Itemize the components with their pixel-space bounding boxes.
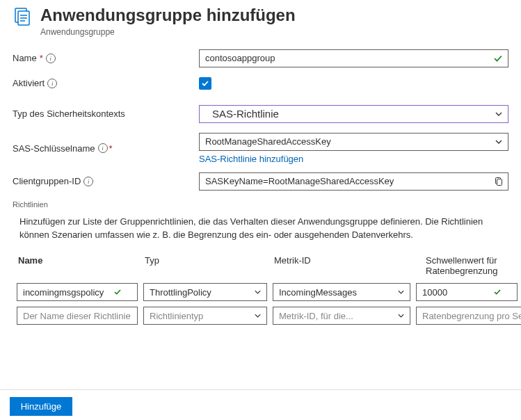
check-icon xyxy=(113,288,122,296)
col-name: Name xyxy=(18,255,139,276)
panel-header: Anwendungsgruppe hinzufügen Anwendungsgr… xyxy=(13,6,508,37)
copy-icon[interactable] xyxy=(494,177,504,186)
chevron-down-icon xyxy=(397,312,405,320)
check-icon xyxy=(493,54,503,63)
col-metric: Metrik-ID xyxy=(274,255,420,276)
sas-keyname-label: SAS-Schlüsselname i * xyxy=(13,143,199,154)
name-label: Name * i xyxy=(13,53,199,63)
policy-type-select[interactable]: Richtlinientyp xyxy=(143,307,267,325)
chevron-down-icon xyxy=(397,289,405,296)
policy-type-select[interactable]: ThrottlingPolicy xyxy=(143,283,267,301)
policy-name-input[interactable]: Der Name dieser Richtlinie xyxy=(17,307,138,325)
activated-checkbox[interactable] xyxy=(199,77,211,90)
chevron-down-icon xyxy=(495,110,503,118)
chevron-down-icon xyxy=(254,289,262,296)
activated-label: Aktiviert i xyxy=(13,78,199,88)
policies-section-label: Richtlinien xyxy=(13,200,508,209)
client-group-id-label: Clientgruppen-ID i xyxy=(13,176,199,186)
info-icon[interactable]: i xyxy=(83,177,93,186)
chevron-down-icon xyxy=(254,312,262,320)
col-threshold: Schwellenwert für Ratenbegrenzung xyxy=(426,255,503,276)
policy-row: incomingmsgspolicy ThrottlingPolicy Inco… xyxy=(17,283,504,301)
policy-row-empty: Der Name dieser Richtlinie Richtlinienty… xyxy=(17,307,504,325)
info-icon[interactable]: i xyxy=(47,79,57,88)
policy-metric-select[interactable]: Metrik-ID, für die... xyxy=(273,307,410,325)
policies-description: Hinzufügen zur Liste der Gruppenrichtlin… xyxy=(19,216,502,242)
security-type-label: Typ des Sicherheitskontexts xyxy=(13,108,199,119)
check-icon xyxy=(493,288,502,296)
policy-threshold-input[interactable]: Ratenbegrenzung pro Sekunde xyxy=(416,307,521,325)
security-type-select[interactable]: SAS-Richtlinie xyxy=(199,105,508,123)
info-icon[interactable]: i xyxy=(46,54,56,63)
info-icon[interactable]: i xyxy=(98,143,108,153)
page-subtitle: Anwendungsgruppe xyxy=(40,27,508,37)
page-title: Anwendungsgruppe hinzufügen xyxy=(40,6,508,26)
policy-threshold-input[interactable]: 10000 xyxy=(416,283,518,301)
policy-name-input[interactable]: incomingmsgspolicy xyxy=(17,283,138,301)
policy-metric-select[interactable]: IncomingMessages xyxy=(273,283,410,301)
document-icon xyxy=(13,7,32,26)
client-group-id-field[interactable]: SASKeyName=RootManageSharedAccessKey xyxy=(199,172,508,191)
policies-grid: Name Typ Metrik-ID Schwellenwert für Rat… xyxy=(17,252,504,325)
add-sas-policy-link[interactable]: SAS-Richtlinie hinzufügen xyxy=(199,154,303,164)
svg-rect-6 xyxy=(497,179,502,185)
name-input[interactable]: contosoappgroup xyxy=(199,49,508,67)
sas-keyname-select[interactable]: RootManageSharedAccessKey xyxy=(199,133,508,151)
col-type: Typ xyxy=(145,255,268,276)
chevron-down-icon xyxy=(495,138,503,146)
